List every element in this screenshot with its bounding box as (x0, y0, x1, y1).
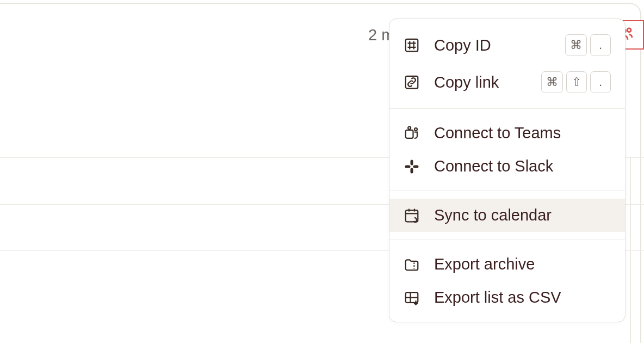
table-download-icon (404, 290, 420, 306)
keyboard-shortcut: ⌘ ⇧ . (541, 71, 611, 93)
teams-icon (404, 125, 420, 142)
keyboard-shortcut: ⌘ . (565, 34, 611, 56)
menu-label: Connect to Slack (434, 157, 611, 175)
menu-label: Copy link (434, 74, 527, 91)
menu-section-export: Export archive Export list as CSV (389, 240, 625, 322)
menu-section-connect: Connect to Teams Connect to Slack (389, 109, 625, 191)
menu-item-copy-link[interactable]: Copy link ⌘ ⇧ . (389, 64, 625, 101)
hash-icon (404, 37, 420, 53)
menu-section-sync: Sync to calendar (389, 191, 625, 240)
key: ⌘ (541, 71, 563, 93)
key: . (590, 71, 611, 93)
archive-icon (404, 256, 420, 273)
svg-rect-12 (411, 168, 413, 173)
menu-item-connect-teams[interactable]: Connect to Teams (389, 117, 625, 150)
slack-icon (404, 158, 420, 175)
actions-dropdown: Copy ID ⌘ . Copy link ⌘ ⇧ . (389, 19, 626, 322)
menu-item-connect-slack[interactable]: Connect to Slack (389, 150, 625, 183)
key: . (590, 34, 611, 56)
menu-label: Copy ID (434, 36, 551, 54)
key: ⇧ (566, 71, 587, 93)
menu-label: Export archive (434, 255, 611, 273)
menu-item-sync-calendar[interactable]: Sync to calendar (389, 199, 625, 232)
menu-item-export-csv[interactable]: Export list as CSV (389, 281, 625, 314)
calendar-sync-icon (404, 207, 420, 224)
svg-rect-7 (406, 76, 418, 89)
svg-point-9 (408, 126, 411, 129)
menu-label: Sync to calendar (434, 206, 611, 224)
svg-point-1 (627, 28, 631, 32)
column-divider (630, 157, 631, 343)
menu-item-export-archive[interactable]: Export archive (389, 248, 625, 281)
menu-item-copy-id[interactable]: Copy ID ⌘ . (389, 27, 625, 64)
svg-rect-11 (411, 160, 413, 165)
svg-rect-14 (413, 165, 419, 168)
link-icon (404, 74, 420, 90)
key: ⌘ (565, 34, 587, 56)
svg-rect-2 (406, 39, 418, 52)
svg-rect-8 (406, 130, 413, 138)
menu-label: Export list as CSV (434, 289, 611, 307)
svg-rect-13 (405, 165, 411, 168)
menu-section-copy: Copy ID ⌘ . Copy link ⌘ ⇧ . (389, 19, 625, 109)
menu-label: Connect to Teams (434, 124, 611, 142)
svg-point-10 (414, 128, 417, 131)
